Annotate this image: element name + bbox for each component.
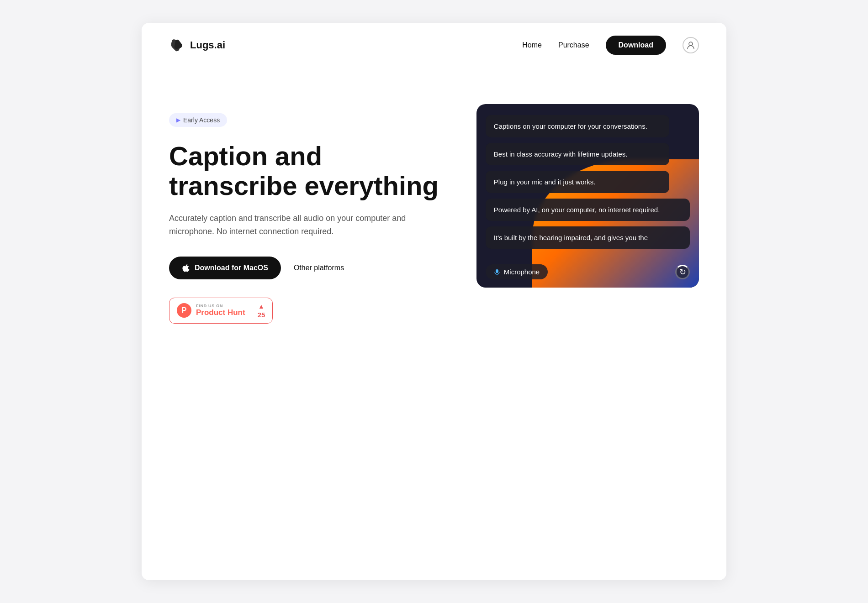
microphone-label: Microphone (504, 268, 540, 276)
nav-home[interactable]: Home (522, 41, 542, 49)
caption-bubble-3: Plug in your mic and it just works. (486, 171, 669, 193)
spinner-char: ↻ (679, 267, 686, 277)
caption-bubble-1: Captions on your computer for your conve… (486, 115, 669, 137)
demo-card: Captions on your computer for your conve… (476, 104, 699, 288)
caption-bubble-2: Best in class accuracy with lifetime upd… (486, 143, 669, 165)
ph-count: 25 (258, 311, 265, 319)
badge-arrow-icon: ▶ (176, 117, 180, 123)
hero-section: ▶ Early Access Caption and transcribe ev… (142, 68, 726, 360)
nav-purchase[interactable]: Purchase (558, 41, 589, 49)
download-macos-label: Download for MacOS (195, 264, 268, 272)
ph-find-us-text: FIND US ON (196, 304, 223, 308)
hero-right: Captions on your computer for your conve… (476, 104, 699, 288)
hero-cta-row: Download for MacOS Other platforms (169, 257, 443, 279)
navbar: Lugs.ai Home Purchase Download (142, 23, 726, 68)
product-hunt-text: FIND US ON Product Hunt (196, 304, 245, 317)
logo-icon (169, 37, 185, 53)
caption-bubble-4: Powered by AI, on your computer, no inte… (486, 199, 690, 221)
demo-footer: Microphone ↻ (476, 258, 699, 288)
svg-rect-1 (496, 269, 498, 273)
nav-links: Home Purchase Download (522, 36, 699, 55)
demo-content: Captions on your computer for your conve… (476, 104, 699, 258)
loading-spinner: ↻ (675, 265, 690, 279)
product-hunt-badge[interactable]: P FIND US ON Product Hunt ▲ 25 (169, 298, 273, 324)
hero-subtitle: Accurately caption and transcribe all au… (169, 212, 407, 238)
mic-icon (494, 269, 500, 275)
ph-name: Product Hunt (196, 308, 245, 317)
logo[interactable]: Lugs.ai (169, 37, 225, 53)
ph-find-us-label: FIND US ON (196, 304, 245, 308)
hero-left: ▶ Early Access Caption and transcribe ev… (169, 95, 443, 324)
hero-title: Caption and transcribe everything (169, 142, 443, 201)
page-wrapper: Lugs.ai Home Purchase Download ▶ Early A… (142, 23, 726, 580)
svg-point-0 (689, 42, 693, 46)
nav-download-button[interactable]: Download (606, 36, 666, 55)
other-platforms-link[interactable]: Other platforms (294, 264, 344, 272)
early-access-label: Early Access (183, 116, 220, 124)
caption-bubble-5: It's built by the hearing impaired, and … (486, 226, 690, 249)
download-macos-button[interactable]: Download for MacOS (169, 257, 281, 279)
product-hunt-icon: P (177, 303, 191, 318)
mic-indicator: Microphone (486, 264, 548, 279)
user-icon (686, 41, 695, 50)
early-access-badge[interactable]: ▶ Early Access (169, 113, 227, 127)
logo-text: Lugs.ai (190, 39, 225, 51)
ph-votes: ▲ 25 (252, 303, 265, 319)
apple-icon (182, 264, 190, 272)
nav-avatar[interactable] (683, 37, 699, 53)
ph-arrow-icon: ▲ (258, 303, 265, 310)
